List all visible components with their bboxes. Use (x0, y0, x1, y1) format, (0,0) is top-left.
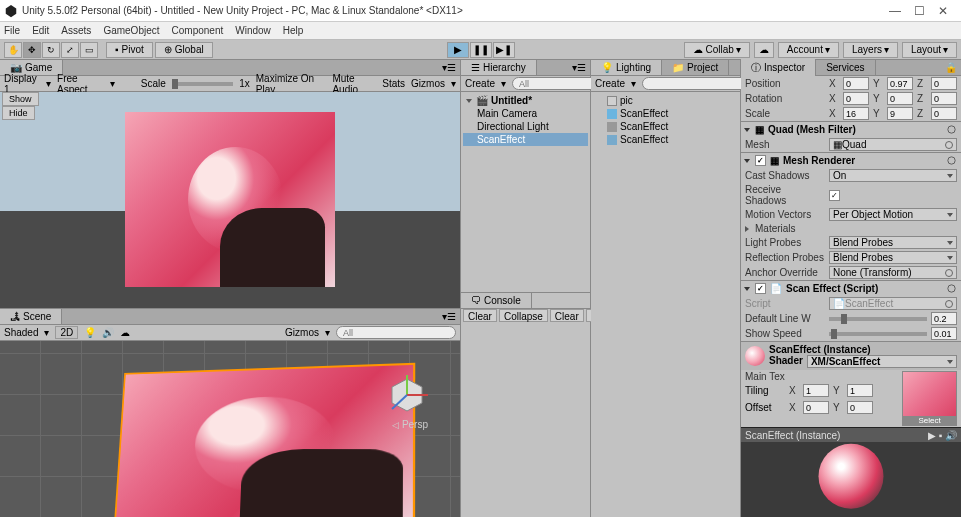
offset-x[interactable] (803, 401, 829, 414)
step-button[interactable]: ▶❚ (493, 42, 515, 58)
stats-button[interactable]: Stats (382, 78, 405, 89)
position-z[interactable] (931, 77, 957, 90)
preview-controls[interactable]: ▶ ▪ 🔊 (928, 430, 957, 441)
selected-quad-gizmo[interactable] (114, 363, 415, 517)
scene-fx-toggle[interactable]: ☁ (120, 327, 130, 338)
mesh-renderer-enabled[interactable]: ✓ (755, 155, 766, 166)
scene-gizmos-dropdown[interactable]: Gizmos (285, 327, 319, 338)
mesh-filter-header[interactable]: ▦ Quad (Mesh Filter) (741, 121, 961, 137)
asset-pic[interactable]: pic (593, 94, 738, 107)
position-x[interactable] (843, 77, 869, 90)
offset-y[interactable] (847, 401, 873, 414)
account-dropdown[interactable]: Account ▾ (778, 42, 839, 58)
rotation-y[interactable] (887, 92, 913, 105)
panel-menu-icon[interactable]: ▾☰ (572, 62, 590, 73)
menu-edit[interactable]: Edit (32, 25, 49, 36)
tiling-x[interactable] (803, 384, 829, 397)
hierarchy-item-camera[interactable]: Main Camera (463, 107, 588, 120)
cast-shadows-dropdown[interactable]: On (829, 169, 957, 182)
mesh-renderer-header[interactable]: ✓▦ Mesh Renderer (741, 152, 961, 168)
cloud-button[interactable]: ☁ (754, 42, 774, 58)
scan-effect-header[interactable]: ✓📄 Scan Effect (Script) (741, 280, 961, 296)
scale-x[interactable] (843, 107, 869, 120)
gizmos-dropdown[interactable]: Gizmos (411, 78, 445, 89)
shading-mode-dropdown[interactable]: Shaded (4, 327, 38, 338)
project-tab[interactable]: 📁 Project (662, 60, 729, 75)
panel-menu-icon[interactable]: ▾☰ (442, 62, 460, 73)
inspector-tab[interactable]: ⓘ Inspector (741, 59, 816, 77)
asset-scaneffect-2[interactable]: ScanEffect (593, 120, 738, 133)
scale-tool[interactable]: ⤢ (61, 42, 79, 58)
project-assets[interactable]: pic ScanEffect ScanEffect ScanEffect (591, 92, 740, 517)
scene-root[interactable]: 🎬 Untitled* (463, 94, 588, 107)
hierarchy-create-dropdown[interactable]: Create (465, 78, 495, 89)
mesh-field[interactable]: ▦ Quad (829, 138, 957, 151)
rotation-mode-button[interactable]: ⊕Global (155, 42, 213, 58)
project-create-dropdown[interactable]: Create (595, 78, 625, 89)
minimize-button[interactable]: — (889, 5, 901, 17)
mode-2d-toggle[interactable]: 2D (55, 326, 78, 339)
receive-shadows-checkbox[interactable]: ✓ (829, 190, 840, 201)
gear-icon[interactable] (946, 124, 957, 135)
scene-view[interactable]: ◁ Persp (0, 341, 460, 517)
show-speed-field[interactable] (931, 327, 957, 340)
game-view[interactable]: Show Hide (0, 92, 460, 308)
menu-assets[interactable]: Assets (61, 25, 91, 36)
move-tool[interactable]: ✥ (23, 42, 41, 58)
console-tab[interactable]: 🗨 Console (461, 293, 532, 308)
lighting-tab[interactable]: 💡 Lighting (591, 60, 662, 75)
menu-gameobject[interactable]: GameObject (103, 25, 159, 36)
gear-icon[interactable] (946, 283, 957, 294)
hand-tool[interactable]: ✋ (4, 42, 22, 58)
hierarchy-item-light[interactable]: Directional Light (463, 120, 588, 133)
show-button[interactable]: Show (2, 92, 39, 106)
material-header[interactable]: ScanEffect (Instance) ShaderXM/ScanEffec… (741, 341, 961, 370)
motion-vectors-dropdown[interactable]: Per Object Motion (829, 208, 957, 221)
anchor-override-field[interactable]: None (Transform) (829, 266, 957, 279)
play-button[interactable]: ▶ (447, 42, 469, 58)
services-tab[interactable]: Services (816, 60, 875, 75)
panel-menu-icon[interactable]: ▾☰ (442, 311, 460, 322)
console-output[interactable] (461, 322, 590, 518)
projection-label[interactable]: ◁ Persp (392, 419, 428, 430)
scale-z[interactable] (931, 107, 957, 120)
console-clear[interactable]: Clear (463, 309, 497, 322)
material-preview-sphere[interactable] (819, 443, 884, 508)
rect-tool[interactable]: ▭ (80, 42, 98, 58)
asset-scaneffect-3[interactable]: ScanEffect (593, 133, 738, 146)
gear-icon[interactable] (946, 155, 957, 166)
scene-tab[interactable]: 🏞 Scene (0, 309, 62, 324)
show-speed-slider[interactable] (829, 332, 927, 336)
scene-light-toggle[interactable]: 💡 (84, 327, 96, 338)
hierarchy-item-scaneffect[interactable]: ScanEffect (463, 133, 588, 146)
maximize-button[interactable]: ☐ (913, 5, 925, 17)
shader-dropdown[interactable]: XM/ScanEffect (807, 355, 957, 368)
hierarchy-tree[interactable]: 🎬 Untitled* Main Camera Directional Ligh… (461, 92, 590, 292)
scale-y[interactable] (887, 107, 913, 120)
default-line-slider[interactable] (829, 317, 927, 321)
console-collapse[interactable]: Collapse (499, 309, 548, 322)
reflection-probes-dropdown[interactable]: Blend Probes (829, 251, 957, 264)
menu-component[interactable]: Component (172, 25, 224, 36)
position-y[interactable] (887, 77, 913, 90)
scene-search[interactable] (336, 326, 456, 339)
scale-slider[interactable] (172, 82, 233, 86)
light-probes-dropdown[interactable]: Blend Probes (829, 236, 957, 249)
scan-effect-enabled[interactable]: ✓ (755, 283, 766, 294)
layers-dropdown[interactable]: Layers ▾ (843, 42, 898, 58)
inspector-lock[interactable]: 🔒 (945, 62, 961, 73)
pivot-mode-button[interactable]: ▪Pivot (106, 42, 153, 58)
scene-audio-toggle[interactable]: 🔊 (102, 327, 114, 338)
hide-button[interactable]: Hide (2, 106, 35, 120)
close-button[interactable]: ✕ (937, 5, 949, 17)
asset-scaneffect-1[interactable]: ScanEffect (593, 107, 738, 120)
texture-slot[interactable]: Select (902, 371, 957, 426)
rotation-z[interactable] (931, 92, 957, 105)
hierarchy-tab[interactable]: ☰ Hierarchy (461, 60, 537, 75)
default-line-field[interactable] (931, 312, 957, 325)
menu-help[interactable]: Help (283, 25, 304, 36)
menu-window[interactable]: Window (235, 25, 271, 36)
rotation-x[interactable] (843, 92, 869, 105)
rotate-tool[interactable]: ↻ (42, 42, 60, 58)
pause-button[interactable]: ❚❚ (470, 42, 492, 58)
